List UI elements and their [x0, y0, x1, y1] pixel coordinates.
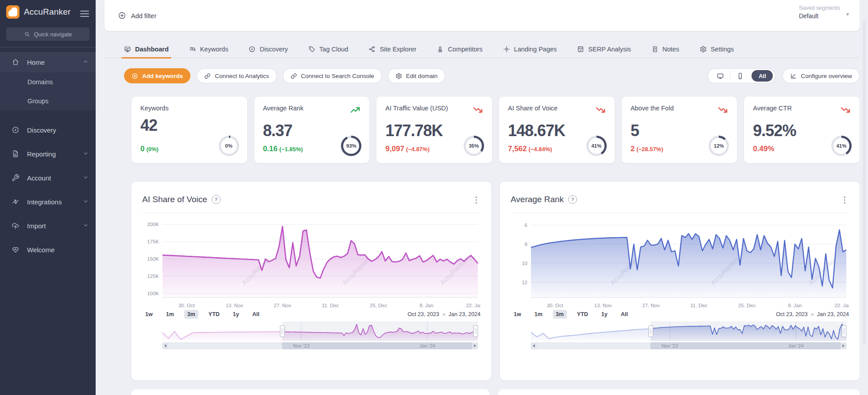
sidebar: AccuRanker Quick navigate HomeDomainsGro… — [0, 0, 96, 395]
sidebar-item-label: Discovery — [27, 126, 56, 134]
connect-analytics-button[interactable]: Connect to Analytics — [197, 68, 276, 83]
kpi-title: Keywords — [140, 105, 169, 112]
tab-keywords[interactable]: Keywords — [189, 41, 229, 58]
connect-analytics-label: Connect to Analytics — [215, 73, 269, 79]
chevron-down-icon — [846, 11, 849, 17]
compass-icon — [248, 46, 256, 53]
range-all-button[interactable]: All — [618, 310, 631, 319]
add-keywords-button[interactable]: Add keywords — [124, 68, 190, 83]
trend-down-icon — [595, 105, 606, 117]
connect-search-console-label: Connect to Search Console — [301, 73, 374, 79]
help-icon[interactable] — [568, 195, 577, 204]
sidebar-item-reporting[interactable]: Reporting — [0, 143, 96, 165]
range-ytd-button[interactable]: YTD — [574, 310, 591, 319]
edit-domain-button[interactable]: Edit domain — [388, 68, 445, 83]
navigator-handle[interactable] — [649, 325, 653, 337]
tab-tag-cloud[interactable]: Tag Cloud — [308, 41, 348, 58]
date-range[interactable]: Oct 23, 2023»Jan 23, 2024 — [776, 311, 849, 317]
kpi-progress-donut: 93% — [341, 136, 361, 156]
navigator-scrollbar-thumb[interactable] — [651, 343, 841, 349]
tab-site-explorer[interactable]: Site Explorer — [368, 41, 416, 58]
brand-logo[interactable]: AccuRanker — [6, 5, 71, 19]
add-filter-button[interactable]: Add filter — [118, 12, 156, 20]
range-1m-button[interactable]: 1m — [531, 310, 546, 319]
tab-discovery[interactable]: Discovery — [248, 41, 288, 58]
range-3m-button[interactable]: 3m — [553, 310, 567, 319]
navigator-handle[interactable] — [842, 325, 846, 337]
sidebar-item-label: Home — [27, 59, 45, 66]
sidebar-item-discovery[interactable]: Discovery — [0, 119, 96, 141]
tab-serp-analysis[interactable]: SERP Analysis — [577, 41, 631, 58]
x-axis-tick: 25. Dec — [370, 303, 388, 308]
configure-overview-button[interactable]: Configure overview — [783, 68, 860, 83]
tab-label: Dashboard — [135, 46, 169, 53]
navigator-handle[interactable] — [473, 325, 478, 337]
connect-search-console-button[interactable]: Connect to Search Console — [283, 68, 382, 83]
kpi-card-ai-traffic-value-usd-[interactable]: AI Traffic Value (USD)177.78K9,097(−4.87… — [376, 97, 492, 163]
kpi-change: 0(0%) — [140, 145, 159, 153]
sidebar-item-groups[interactable]: Groups — [0, 91, 96, 110]
edit-domain-label: Edit domain — [406, 73, 438, 79]
kpi-card-ai-share-of-voice[interactable]: AI Share of Voice148.67K7,562(−4.84%)41% — [499, 97, 615, 163]
tab-dashboard[interactable]: Dashboard — [124, 41, 169, 58]
trend-down-icon — [717, 105, 728, 117]
kebab-menu-icon[interactable] — [472, 196, 480, 204]
chart-plot-area[interactable]: 681012AccuRankerAccuRankerAccuRanker30. … — [511, 215, 849, 309]
toolbar: Add keywords Connect to Analytics Connec… — [124, 68, 860, 84]
mobile-device-button[interactable] — [730, 69, 750, 83]
chart-navigator[interactable]: Nov '23Jan '24 — [142, 321, 480, 350]
time-range-row: 1w1m3mYTD1yAllOct 23, 2023»Jan 23, 2024 — [511, 310, 849, 319]
link-icon — [291, 73, 297, 79]
x-axis-tick: 8. Jan — [788, 303, 802, 308]
chart-navigator[interactable]: Nov '23Jan '24 — [511, 321, 849, 350]
brand-name: AccuRanker — [24, 7, 71, 17]
range-1y-button[interactable]: 1y — [598, 310, 611, 319]
sidebar-item-label: Groups — [27, 98, 49, 105]
navigator-handle[interactable] — [280, 325, 285, 337]
add-filter-label: Add filter — [131, 12, 156, 19]
tab-notes[interactable]: Notes — [651, 41, 679, 58]
sidebar-collapse-menu-icon[interactable] — [80, 9, 89, 19]
range-1m-button[interactable]: 1m — [163, 310, 177, 319]
sidebar-item-welcome[interactable]: Welcome — [0, 239, 96, 261]
tag-cloud-icon — [308, 46, 315, 53]
chevron-down-icon — [83, 198, 89, 206]
range-ytd-button[interactable]: YTD — [205, 310, 223, 319]
kpi-card-keywords[interactable]: Keywords420(0%)0% — [132, 97, 247, 163]
kpi-card-average-ctr[interactable]: Average CTR9.52%0.49%41% — [744, 97, 860, 163]
sidebar-item-domains[interactable]: Domains — [0, 72, 96, 91]
date-range[interactable]: Oct 23, 2023»Jan 23, 2024 — [407, 311, 480, 317]
tab-settings[interactable]: Settings — [700, 41, 734, 58]
sidebar-item-account[interactable]: Account — [0, 167, 96, 189]
chart-plot-area[interactable]: 200K175K150K125K100KAccuRankerAccuRanker… — [142, 215, 480, 309]
range-1w-button[interactable]: 1w — [142, 310, 156, 319]
kpi-card-above-the-fold[interactable]: Above the Fold52(−28.57%)12% — [622, 97, 737, 163]
page-scrollbar[interactable] — [863, 20, 866, 344]
tab-landing-pages[interactable]: Landing Pages — [503, 41, 557, 58]
navigator-scrollbar-thumb[interactable] — [283, 343, 472, 349]
kpi-title: AI Share of Voice — [508, 105, 558, 112]
kebab-menu-icon[interactable] — [841, 196, 849, 204]
range-all-button[interactable]: All — [249, 310, 263, 319]
sidebar-item-integrations[interactable]: Integrations — [0, 191, 96, 213]
help-icon[interactable] — [212, 195, 221, 204]
kpi-progress-donut: 12% — [709, 136, 729, 156]
quick-navigate-search[interactable]: Quick navigate — [6, 27, 89, 41]
sidebar-item-import[interactable]: Import — [0, 215, 96, 237]
saved-segments-dropdown[interactable]: Saved segments Default — [799, 5, 840, 20]
all-devices-button[interactable]: All — [752, 70, 773, 82]
kpi-card-average-rank[interactable]: Average Rank8.370.16(−1.85%)93% — [254, 97, 370, 163]
x-axis-tick: 22. Jan — [466, 303, 480, 308]
trend-up-icon — [350, 105, 360, 117]
saved-segments-value: Default — [799, 12, 840, 20]
link-icon — [204, 73, 211, 79]
range-1y-button[interactable]: 1y — [230, 310, 242, 319]
sidebar-item-home[interactable]: Home — [0, 52, 96, 72]
range-1w-button[interactable]: 1w — [511, 310, 524, 319]
range-3m-button[interactable]: 3m — [184, 310, 198, 319]
desktop-device-button[interactable] — [710, 69, 730, 83]
site-explorer-icon — [368, 46, 376, 53]
import-icon — [12, 222, 19, 230]
x-axis-tick: 11. Dec — [690, 303, 708, 308]
tab-competitors[interactable]: Competitors — [437, 41, 482, 58]
